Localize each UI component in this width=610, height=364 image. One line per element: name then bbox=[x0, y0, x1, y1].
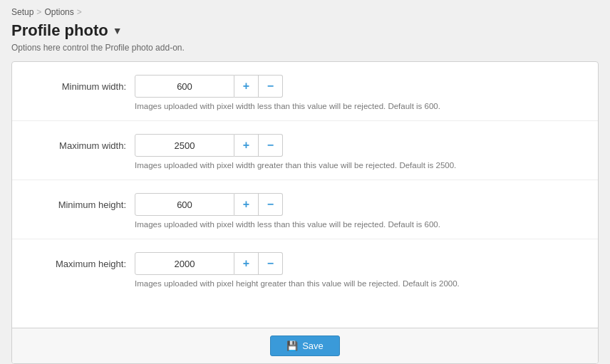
breadcrumb-options[interactable]: Options bbox=[44, 7, 73, 17]
plus-min-height[interactable]: + bbox=[234, 193, 259, 216]
label-min-height: Minimum height: bbox=[33, 199, 126, 210]
input-group-max-height: + − bbox=[135, 252, 283, 275]
hint-min-height: Images uploaded with pixel width less th… bbox=[135, 220, 577, 229]
save-icon: 💾 bbox=[286, 340, 298, 351]
minus-min-width[interactable]: − bbox=[259, 75, 283, 98]
form-row-max-height: Maximum height: + − Images uploaded with… bbox=[12, 239, 598, 298]
save-label: Save bbox=[302, 340, 324, 351]
hint-max-height: Images uploaded with pixel height greate… bbox=[135, 279, 577, 288]
options-panel: Minimum width: + − Images uploaded with … bbox=[11, 61, 599, 364]
form-row-main-max-height: Maximum height: + − bbox=[33, 252, 577, 275]
label-min-width: Minimum width: bbox=[33, 81, 126, 92]
page-title: Profile photo ▼ bbox=[11, 21, 599, 40]
input-min-height[interactable] bbox=[135, 193, 234, 216]
breadcrumb-sep-1: > bbox=[36, 7, 41, 17]
input-min-width[interactable] bbox=[135, 75, 234, 98]
hint-max-width: Images uploaded with pixel width greater… bbox=[135, 161, 577, 170]
page-wrapper: Setup > Options > Profile photo ▼ Option… bbox=[0, 0, 610, 364]
minus-max-width[interactable]: − bbox=[259, 134, 283, 157]
breadcrumb-setup[interactable]: Setup bbox=[11, 7, 33, 17]
form-row-main-max-width: Maximum width: + − bbox=[33, 134, 577, 157]
input-max-width[interactable] bbox=[135, 134, 234, 157]
plus-min-width[interactable]: + bbox=[234, 75, 259, 98]
save-button[interactable]: 💾 Save bbox=[270, 336, 340, 356]
page-subtitle: Options here control the Profile photo a… bbox=[11, 43, 599, 53]
breadcrumb: Setup > Options > bbox=[11, 7, 599, 17]
breadcrumb-sep-2: > bbox=[77, 7, 82, 17]
input-group-min-height: + − bbox=[135, 193, 283, 216]
form-row-min-height: Minimum height: + − Images uploaded with… bbox=[12, 180, 598, 239]
form-row-main-min-height: Minimum height: + − bbox=[33, 193, 577, 216]
form-row-main-min-width: Minimum width: + − bbox=[33, 75, 577, 98]
hint-min-width: Images uploaded with pixel width less th… bbox=[135, 102, 577, 110]
title-dropdown-icon[interactable]: ▼ bbox=[113, 25, 123, 36]
label-max-height: Maximum height: bbox=[33, 259, 126, 269]
panel-body: Minimum width: + − Images uploaded with … bbox=[12, 62, 598, 328]
input-group-max-width: + − bbox=[135, 134, 283, 157]
panel-footer: 💾 Save bbox=[12, 328, 598, 363]
form-row-min-width: Minimum width: + − Images uploaded with … bbox=[12, 62, 598, 121]
plus-max-width[interactable]: + bbox=[234, 134, 259, 157]
input-max-height[interactable] bbox=[135, 252, 234, 275]
plus-max-height[interactable]: + bbox=[234, 252, 259, 275]
minus-min-height[interactable]: − bbox=[259, 193, 283, 216]
form-row-max-width: Maximum width: + − Images uploaded with … bbox=[12, 121, 598, 180]
minus-max-height[interactable]: − bbox=[259, 252, 283, 275]
input-group-min-width: + − bbox=[135, 75, 283, 98]
label-max-width: Maximum width: bbox=[33, 140, 126, 151]
page-title-text: Profile photo bbox=[11, 21, 108, 40]
